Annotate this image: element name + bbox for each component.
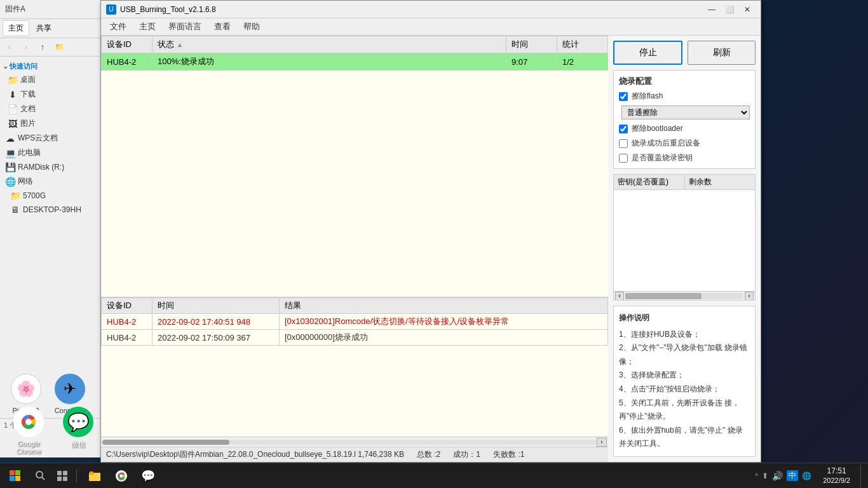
taskbar-chrome[interactable]: [109, 463, 134, 489]
svg-point-7: [36, 471, 43, 478]
wechat-label: 微信: [71, 440, 85, 449]
sidebar-item-5700g[interactable]: 📁 5700G: [0, 189, 101, 203]
svg-line-8: [42, 477, 44, 480]
cover-key-checkbox[interactable]: [619, 154, 628, 163]
clock-time: 17:51: [823, 466, 850, 477]
menu-view[interactable]: 查看: [208, 18, 237, 35]
statusbar-success: 成功：1: [453, 449, 480, 460]
taskbar-clock[interactable]: 17:51 2022/9/2: [818, 466, 855, 485]
config-erase-bootloader: 擦除bootloader: [619, 123, 750, 134]
col-stats: 统计: [557, 36, 608, 53]
log-table: 设备ID 时间 结果: [101, 297, 608, 346]
erase-bootloader-checkbox[interactable]: [619, 125, 628, 133]
this-pc-icon: 💻: [5, 148, 15, 158]
clock-date: 2022/9/2: [823, 476, 850, 485]
minimize-button[interactable]: —: [703, 3, 720, 16]
taskbar-pinned-apps: 💬: [82, 463, 161, 489]
config-section: 烧录配置 擦除flash 普通擦除 擦除bootloader: [613, 70, 756, 169]
svg-rect-10: [63, 471, 67, 475]
action-buttons: 停止 刷新: [613, 41, 756, 65]
sidebar-item-wps[interactable]: ☁ WPS云文档: [0, 131, 101, 146]
statusbar-fail: 失败数 :1: [493, 449, 524, 460]
explorer-title: 固件A: [5, 4, 25, 15]
chrome-label: Google Chrome: [9, 440, 48, 455]
desktop-folder-icon: 📁: [8, 75, 18, 85]
instructions-line-7: 6、拔出外置hub前，请先"停止" 烧录并关闭工具。: [619, 424, 750, 451]
pictures-icon: 🖼: [8, 119, 18, 129]
restart-after-checkbox[interactable]: [619, 139, 628, 148]
maximize-button[interactable]: ⬜: [721, 3, 738, 16]
col-device-id: 设备ID: [102, 36, 153, 53]
menu-main[interactable]: 主页: [133, 18, 162, 35]
taskbar-right: ^ ⬆ 🔊 中 🌐 17:51 2022/9/2: [751, 464, 868, 487]
chrome-desktop-icon[interactable]: Google Chrome: [6, 404, 51, 458]
usb-tool-icon: U: [106, 4, 116, 15]
wps-cloud-icon: ☁: [5, 133, 15, 144]
tray-chevron[interactable]: ^: [755, 472, 758, 480]
close-button[interactable]: ✕: [739, 3, 756, 16]
erase-type-select[interactable]: 普通擦除: [621, 105, 750, 119]
explorer-titlebar: 固件A: [0, 0, 101, 19]
menu-language[interactable]: 界面语言: [162, 18, 208, 35]
nav-back[interactable]: ‹: [3, 40, 17, 54]
tab-share[interactable]: 共享: [31, 20, 57, 36]
log-col-result: 结果: [280, 298, 608, 314]
refresh-button[interactable]: 刷新: [688, 41, 756, 65]
statusbar-file: C:\Users\vip\Desktop\固件Armbian_22.08.0_O…: [106, 449, 404, 460]
sidebar-item-desktop[interactable]: 📁 桌面: [0, 72, 101, 87]
device-time-cell: 9:07: [506, 53, 557, 71]
taskbar-file-explorer[interactable]: [82, 463, 107, 489]
log-result-0: [0x10302001]Romcode/状态切换/等待设备接入/设备枚举异常: [280, 314, 608, 330]
tab-main[interactable]: 主页: [3, 20, 29, 36]
log-id-1: HUB4-2: [102, 330, 153, 346]
device-row[interactable]: HUB4-2 100%:烧录成功 9:07 1/2: [102, 53, 608, 71]
erase-flash-checkbox[interactable]: [619, 92, 628, 101]
horizontal-scrollbar[interactable]: ›: [101, 437, 608, 447]
key-scrollbar[interactable]: ‹ ›: [614, 291, 755, 300]
wechat-desktop-icon[interactable]: 💬 微信: [56, 404, 100, 458]
key-scroll-track: [625, 293, 743, 299]
sidebar-item-this-pc[interactable]: 💻 此电脑: [0, 146, 101, 160]
show-desktop-button[interactable]: [860, 464, 863, 487]
key-scroll-left-btn[interactable]: ‹: [615, 292, 624, 301]
log-row-error: HUB4-2 2022-09-02 17:40:51 948 [0x103020…: [102, 314, 608, 330]
col-time: 时间: [506, 36, 557, 53]
taskbar-separator: [76, 470, 77, 482]
config-title: 烧录配置: [619, 76, 750, 87]
instructions-line-3: 3、选择烧录配置；: [619, 369, 750, 383]
device-id-cell: HUB4-2: [102, 53, 153, 71]
taskbar-search-button[interactable]: [31, 463, 51, 489]
right-panel: 停止 刷新 烧录配置 擦除flash: [608, 36, 761, 462]
network-share-icon: 📁: [10, 191, 20, 201]
start-button[interactable]: [0, 463, 31, 489]
stop-button[interactable]: 停止: [613, 41, 682, 65]
menu-help[interactable]: 帮助: [237, 18, 266, 35]
key-scroll-right-btn[interactable]: ›: [745, 292, 754, 301]
instructions-line-0: 1、连接好HUB及设备；: [619, 328, 750, 342]
sidebar-item-ramdisk[interactable]: 💾 RAMDisk (R:): [0, 160, 101, 174]
sidebar-quickaccess-label[interactable]: ⌄ 快速访问: [0, 59, 101, 72]
svg-rect-11: [57, 477, 62, 481]
sidebar-item-downloads[interactable]: ⬇ 下载: [0, 87, 101, 102]
log-area: 设备ID 时间 结果: [101, 297, 608, 437]
col-status: 状态 ▲: [153, 36, 506, 53]
tray-network-icon[interactable]: 🌐: [802, 471, 811, 480]
svg-rect-5: [10, 476, 15, 481]
device-table: 设备ID 状态 ▲ 时间: [101, 36, 608, 71]
sidebar-item-desktop39[interactable]: 🖥 DESKTOP-39HH: [0, 203, 101, 217]
sidebar-item-documents[interactable]: 📄 文档: [0, 102, 101, 116]
file-explorer-window: 固件A 主页 共享 ‹ › ↑ 📁 ⌄ 快速访问 📁 桌面: [0, 0, 102, 458]
taskview-button[interactable]: [51, 463, 74, 489]
nav-forward[interactable]: ›: [19, 40, 33, 54]
scroll-right-btn[interactable]: ›: [597, 438, 607, 447]
svg-rect-6: [15, 476, 20, 481]
nav-up[interactable]: ↑: [36, 40, 50, 54]
taskbar-wechat[interactable]: 💬: [135, 463, 161, 489]
tray-volume-icon[interactable]: 🔊: [772, 471, 783, 481]
sort-icon: ▲: [177, 41, 183, 48]
menu-file[interactable]: 文件: [104, 18, 133, 35]
sidebar-item-pictures[interactable]: 🖼 图片: [0, 116, 101, 131]
key-table-header: 密钥(是否覆盖) 剩余数: [614, 175, 755, 190]
tray-ime-indicator[interactable]: 中: [787, 470, 798, 481]
sidebar-item-network[interactable]: 🌐 网络: [0, 174, 101, 189]
